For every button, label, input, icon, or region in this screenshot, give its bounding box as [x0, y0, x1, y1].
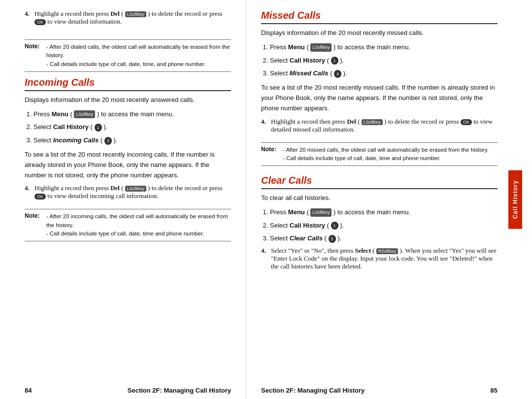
key-3: 3	[104, 137, 112, 145]
missed-calls-section: Missed Calls Displays information of the…	[261, 10, 498, 137]
clear-calls-steps: Press Menu ( LSoftkey ) to access the ma…	[261, 207, 498, 244]
note-text-2: - After 20 incoming calls, the oldest ca…	[46, 212, 231, 238]
right-page: Missed Calls Displays information of the…	[246, 0, 522, 399]
key-4: 4	[334, 70, 341, 78]
side-tab: Call History	[508, 170, 522, 229]
select-label: Select	[355, 247, 370, 254]
left-footer: 84 Section 2F: Managing Call History	[0, 387, 246, 394]
note-label-1: Note:	[25, 43, 43, 68]
incoming-calls-intro: Displays information of the 20 most rece…	[25, 95, 231, 105]
missed-calls-title: Missed Calls	[261, 10, 498, 24]
step4-num: 4.	[25, 184, 33, 200]
clear-step4-text: Select "Yes" or "No", then press Select …	[271, 247, 498, 270]
del-label: Del	[110, 10, 120, 17]
right-footer: Section 2F: Managing Call History 85	[246, 387, 522, 394]
right-footer-section: Section 2F: Managing Call History	[261, 387, 365, 394]
missed-calls-paragraph: To see a list of the 20 most recently mi…	[261, 83, 498, 113]
clear-step-1: Press Menu ( LSoftkey ) to access the ma…	[270, 207, 498, 218]
call-history-label-3: Call History	[290, 222, 325, 229]
softkey-menu-1: LSoftkey	[74, 110, 95, 118]
del-label-3: Del	[347, 118, 356, 125]
incoming-calls-paragraph: To see a list of the 20 most recently in…	[25, 150, 231, 180]
note-label-2: Note:	[25, 212, 43, 238]
step-number: 4.	[25, 10, 33, 26]
ok-icon-2: OK	[34, 194, 46, 200]
del-label-2: Del	[110, 184, 120, 192]
key-1-2: 1	[331, 57, 338, 65]
note-text-r1: - After 20 missed calls, the oldest call…	[283, 146, 489, 163]
key-1-3: 1	[331, 222, 338, 230]
call-history-label-1: Call History	[53, 123, 89, 131]
menu-label-2: Menu	[288, 43, 305, 51]
missed-calls-label: Missed Calls	[290, 69, 329, 77]
incoming-calls-section: Incoming Calls Displays information of t…	[25, 77, 231, 204]
softkey-icon: LSoftkey	[125, 11, 146, 17]
key-1-1: 1	[95, 124, 102, 132]
top-continuation: 4. Highlight a record then press Del ( L…	[25, 10, 231, 30]
note-dialed: Note: - After 20 dialed calls, the oldes…	[25, 39, 231, 72]
left-footer-section: Section 2F: Managing Call History	[128, 387, 231, 394]
incoming-calls-label: Incoming Calls	[53, 136, 99, 144]
missed-step-1: Press Menu ( LSoftkey ) to access the ma…	[270, 42, 498, 53]
missed-step-2: Select Call History ( 1 ).	[270, 56, 498, 66]
step4-dialed: 4. Highlight a record then press Del ( L…	[25, 10, 231, 26]
softkey-icon-4: RSoftkey	[376, 248, 399, 254]
page-container: 4. Highlight a record then press Del ( L…	[0, 0, 532, 399]
clear-calls-section: Clear Calls To clear all call histories.…	[261, 175, 498, 274]
clear-step-4: 4. Select "Yes" or "No", then press Sele…	[261, 247, 498, 270]
clear-calls-intro: To clear all call histories.	[261, 193, 498, 203]
incoming-step4-text: Highlight a record then press Del ( LSof…	[34, 184, 231, 200]
incoming-step-3: Select Incoming Calls ( 3 ).	[33, 135, 231, 146]
note-missed: Note: - After 20 missed calls, the oldes…	[261, 142, 498, 166]
missed-calls-intro: Displays information of the 20 most rece…	[261, 28, 498, 38]
note-incoming: Note: - After 20 incoming calls, the old…	[25, 209, 231, 241]
softkey-icon-2: LSoftkey	[125, 186, 146, 192]
ok-icon-3: OK	[461, 119, 472, 125]
missed-step-4: 4. Highlight a record then press Del ( L…	[261, 118, 498, 133]
missed-calls-steps: Press Menu ( LSoftkey ) to access the ma…	[261, 42, 498, 79]
incoming-calls-steps: Press Menu ( LSoftkey ) to access the ma…	[25, 109, 231, 146]
incoming-calls-title: Incoming Calls	[25, 77, 231, 91]
step4-num-clear: 4.	[261, 247, 269, 270]
side-tab-text: Call History	[512, 180, 519, 219]
missed-step-3: Select Missed Calls ( 4 ).	[270, 68, 498, 79]
left-page-number: 84	[25, 387, 32, 394]
clear-step-2: Select Call History ( 1 ).	[270, 221, 498, 231]
key-5: 5	[329, 235, 336, 243]
incoming-step-4: 4. Highlight a record then press Del ( L…	[25, 184, 231, 200]
note-label-r1: Note:	[261, 146, 280, 163]
clear-calls-title: Clear Calls	[261, 175, 498, 189]
call-history-label-2: Call History	[290, 57, 325, 64]
clear-step-3: Select Clear Calls ( 5 ).	[270, 233, 498, 244]
step4-num-missed: 4.	[261, 118, 269, 133]
note-text-1: - After 20 dialed calls, the oldest call…	[46, 43, 231, 68]
menu-label-3: Menu	[288, 208, 305, 216]
ok-icon: OK	[34, 19, 46, 25]
softkey-menu-2: LSoftkey	[310, 43, 332, 51]
missed-step4-text: Highlight a record then press Del ( LSof…	[271, 118, 498, 133]
clear-calls-label: Clear Calls	[290, 234, 323, 242]
left-page: 4. Highlight a record then press Del ( L…	[0, 0, 246, 399]
menu-label-1: Menu	[52, 110, 68, 118]
softkey-menu-3: LSoftkey	[310, 208, 332, 216]
incoming-step-2: Select Call History ( 1 ).	[33, 122, 231, 133]
right-page-number: 85	[491, 387, 498, 394]
incoming-step-1: Press Menu ( LSoftkey ) to access the ma…	[33, 109, 231, 120]
step4-dialed-text: Highlight a record then press Del ( LSof…	[34, 10, 231, 26]
softkey-icon-3: LSoftkey	[362, 119, 383, 125]
